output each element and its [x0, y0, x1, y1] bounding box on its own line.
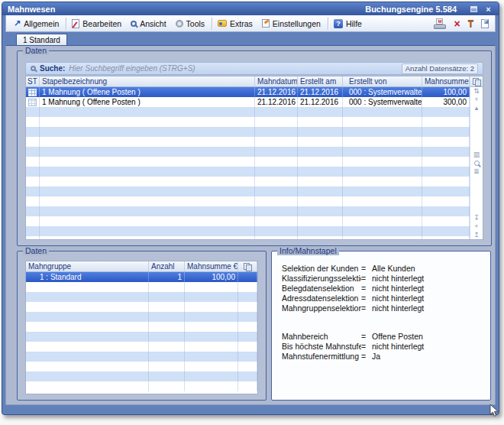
table-row-empty	[26, 292, 257, 302]
column-header-stapelbezeichnung[interactable]: Stapelbezeichnung	[40, 76, 255, 86]
table-row-empty	[26, 332, 257, 342]
jump-start-icon[interactable]: ↥	[473, 231, 480, 239]
table-row-selected[interactable]: 1 Mahnung ( Offene Posten ) 21.12.2016 2…	[26, 87, 470, 97]
cell-empty	[40, 196, 255, 206]
cell-empty	[298, 177, 343, 187]
cell-empty	[255, 206, 298, 216]
tab-standard[interactable]: 1 Standard	[16, 34, 67, 45]
cell-empty	[343, 236, 422, 239]
table-row-empty	[26, 282, 257, 292]
cell-empty	[26, 187, 40, 196]
info-label: Mahnstufenermittlung	[282, 352, 361, 362]
cell-empty	[238, 342, 257, 352]
column-header-erstellt-am[interactable]: Erstellt am	[298, 76, 343, 86]
cell-empty	[422, 206, 470, 216]
print-dunning-button[interactable]: M	[434, 18, 446, 29]
cell-empty	[149, 352, 185, 362]
info-label: Bis höchste Mahnstufe	[282, 342, 361, 352]
menu-item-extras[interactable]: Extras	[214, 18, 258, 30]
group-label: Info/Mahnstapel	[277, 246, 339, 255]
cell-empty	[422, 147, 470, 157]
equals-sign: =	[361, 342, 372, 352]
cell-empty	[298, 226, 343, 236]
cell-empty	[149, 292, 185, 302]
info-row: Adressdatenselektion = nicht hinterlegt	[282, 294, 484, 303]
window-close-button[interactable]: ×	[483, 5, 493, 14]
cell-empty	[40, 157, 255, 167]
info-label: Mahnbereich	[282, 332, 361, 342]
column-header-mahngruppe[interactable]: Mahngruppe	[26, 261, 149, 271]
cell-empty	[255, 137, 298, 147]
cell-empty	[26, 302, 149, 312]
scroll-up-icon[interactable]: ▴	[475, 104, 479, 112]
menu-item-tools[interactable]: Tools	[172, 18, 211, 30]
equals-sign: =	[361, 352, 372, 362]
cell-empty	[26, 117, 40, 127]
column-header-anzahl[interactable]: Anzahl	[149, 261, 185, 271]
column-header-erstellt-von[interactable]: Erstellt von	[343, 76, 422, 86]
cell-empty	[255, 117, 298, 127]
cell-empty	[422, 137, 470, 147]
add-icon[interactable]: +	[474, 96, 478, 104]
menu-separator	[66, 18, 66, 30]
menu-item-einstellungen[interactable]: Einstellungen	[258, 18, 326, 30]
cell-empty	[26, 312, 149, 322]
equals-sign: =	[361, 284, 372, 294]
cell-empty	[185, 381, 238, 391]
menu-item-bearbeiten[interactable]: Bearbeiten	[68, 18, 127, 30]
cell-empty	[26, 147, 40, 157]
copy-grid-button[interactable]	[238, 261, 257, 271]
table-row[interactable]: 1 Mahnung ( Offene Posten ) 21.12.2016 2…	[26, 97, 470, 107]
cell-empty	[422, 117, 470, 127]
tab-bar: 1 Standard	[5, 32, 496, 45]
sort-icon[interactable]: ⇅	[473, 87, 480, 96]
app-window: Mahnwesen Buchungsengine 5.584 × ↗ Allge…	[2, 2, 499, 415]
jump-end-icon[interactable]: ↧	[473, 214, 480, 222]
column-header-st[interactable]: ST	[26, 76, 40, 86]
search-input[interactable]: Suche: Hier Suchbegriff eingeben (STRG+S…	[25, 62, 483, 75]
cell-empty	[298, 206, 343, 216]
cell-empty	[149, 371, 185, 381]
printer-icon	[434, 24, 446, 29]
cell-empty	[343, 157, 422, 167]
cell-empty	[149, 342, 185, 352]
cell-empty	[26, 352, 149, 362]
zoom-icon[interactable]	[474, 161, 480, 166]
table-row-selected[interactable]: 1 : Standard 1 100,00	[26, 272, 257, 282]
insert-icon[interactable]: +	[474, 222, 478, 231]
table-row-empty	[26, 147, 470, 157]
cell-empty	[422, 107, 470, 117]
cell-empty	[343, 117, 422, 127]
table-row-empty	[26, 302, 257, 312]
hammer-button[interactable]: T	[468, 19, 473, 28]
equals-sign: =	[361, 264, 372, 274]
cell-empty	[40, 206, 255, 216]
grid-side-toolbar: ⇅ + ▴ ▥ ≣ ↧ + ↥	[470, 76, 483, 239]
cell-empty	[149, 362, 185, 371]
cell-empty	[40, 147, 255, 157]
cell-empty	[26, 177, 40, 187]
cell-empty	[255, 107, 298, 117]
column-header-mahndatum[interactable]: Mahndatum	[255, 76, 298, 86]
menu-item-allgemein[interactable]: ↗ Allgemein	[10, 18, 64, 30]
cell-erstellt-am: 21.12.2016	[298, 87, 343, 97]
delete-button[interactable]: ×	[454, 18, 460, 29]
info-row: Bis höchste Mahnstufe = nicht hinterlegt	[282, 342, 484, 352]
table-row-empty	[26, 196, 470, 206]
cell-mahnsumme: 100,00	[185, 272, 238, 282]
copy-grid-button[interactable]	[470, 76, 483, 87]
menu-label: Einstellungen	[273, 19, 321, 28]
list-icon[interactable]: ≣	[473, 167, 480, 176]
table-row-empty	[26, 127, 470, 137]
column-header-mahnsumme[interactable]: Mahnsumme €	[422, 76, 470, 86]
titlebar: Mahnwesen Buchungsengine 5.584 ×	[2, 2, 499, 15]
columns-icon[interactable]: ▥	[473, 151, 480, 159]
window-pin-button[interactable]	[469, 5, 479, 14]
cell-empty	[238, 381, 257, 391]
cell-empty	[185, 282, 238, 292]
new-document-button[interactable]	[481, 19, 489, 28]
column-header-mahnsumme[interactable]: Mahnsumme €	[185, 261, 238, 271]
menu-item-ansicht[interactable]: Ansicht	[127, 18, 171, 30]
info-label: Klassifizierungsselektion	[282, 274, 361, 284]
menu-item-hilfe[interactable]: ? Hilfe	[330, 18, 367, 30]
